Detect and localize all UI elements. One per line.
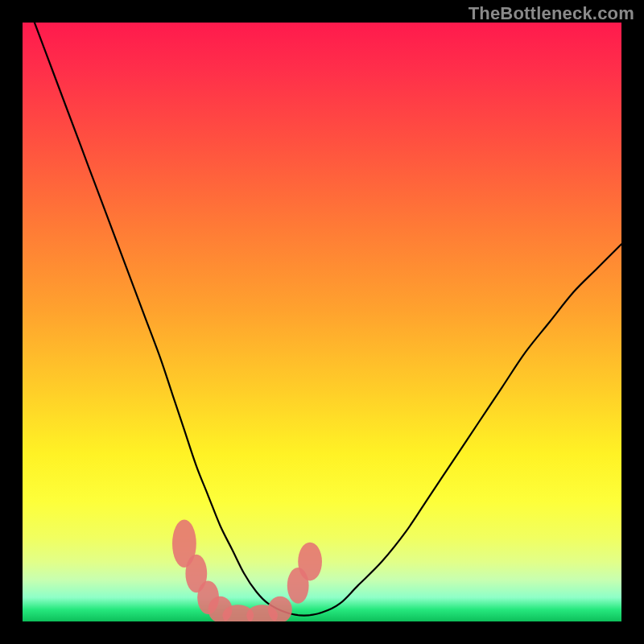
watermark-text: TheBottleneck.com: [469, 3, 634, 24]
marker-group: [172, 520, 322, 622]
curve-marker: [268, 597, 292, 621]
plot-area: [23, 23, 621, 621]
curve-marker: [298, 543, 322, 581]
bottleneck-curve: [35, 23, 621, 616]
curve-svg: [23, 23, 621, 621]
chart-frame: TheBottleneck.com: [0, 0, 644, 644]
